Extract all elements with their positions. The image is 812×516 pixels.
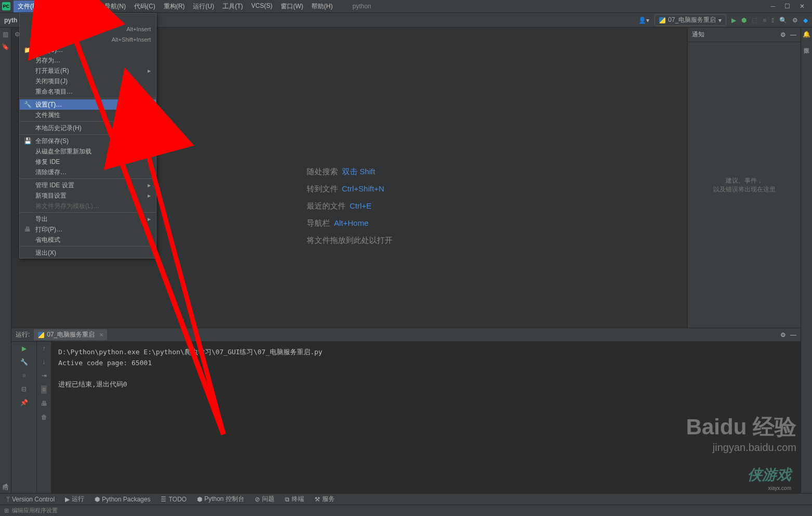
menu-item-19[interactable]: 管理 IDE 设置▸ xyxy=(20,180,156,190)
run-panel-title: 运行: xyxy=(16,330,30,339)
menu-item-4[interactable]: 另存为… xyxy=(20,55,156,66)
trash-icon[interactable]: 🗑 xyxy=(41,414,47,421)
print-icon: 🖶 xyxy=(24,226,31,233)
run-tab[interactable]: 07_电脑服务重启 × xyxy=(34,329,107,340)
menu-item-24[interactable]: 🖶打印(P)… xyxy=(20,224,156,235)
gear-icon[interactable]: ⚙ xyxy=(792,17,798,24)
bottom-tool-python-控制台[interactable]: ⬢Python 控制台 xyxy=(197,495,244,504)
menu-item-7[interactable]: 工具(T) xyxy=(218,1,247,12)
breadcrumb[interactable]: pyth xyxy=(4,17,17,24)
chevron-right-icon: ▸ xyxy=(148,124,151,132)
debug-button[interactable]: ⬢ xyxy=(741,17,746,24)
menu-item-20[interactable]: 新项目设置▸ xyxy=(20,190,156,201)
print-icon[interactable]: 🖶 xyxy=(41,400,47,407)
menu-shortcut: Alt+Shift+Insert xyxy=(112,36,151,43)
bottom-tool-python-packages[interactable]: ⬢Python Packages xyxy=(95,496,150,503)
run-with-coverage-button[interactable]: ▢ xyxy=(752,17,757,24)
tool-icon: ᛘ xyxy=(6,496,10,503)
menu-item-label: 重命名项目… xyxy=(35,87,73,96)
tool-label: Version Control xyxy=(12,496,55,503)
folder-icon: 📁 xyxy=(24,46,31,54)
run-hide-icon[interactable]: — xyxy=(790,331,796,339)
stop-icon[interactable]: ■ xyxy=(22,372,25,379)
menu-item-5[interactable]: 重构(R) xyxy=(160,1,189,12)
menu-item-label: 文件属性 xyxy=(35,111,60,120)
console-output[interactable]: D:\Python\python.exe E:\python\爬虫学习\07_G… xyxy=(51,342,801,493)
run-gear-icon[interactable]: ⚙ xyxy=(780,331,786,339)
menu-item-6[interactable]: 运行(U) xyxy=(189,1,218,12)
close-icon[interactable]: ✕ xyxy=(800,3,805,10)
menu-item-label: 打开(O)… xyxy=(35,46,63,55)
menu-item-3[interactable]: 导航(N) xyxy=(100,1,130,12)
menu-item-6[interactable]: 关闭项目(J) xyxy=(20,76,156,86)
run-config-selector[interactable]: 07_电脑服务重启 ▾ xyxy=(654,14,726,26)
menu-item-17[interactable]: 清除缓存… xyxy=(20,167,156,177)
bottom-tool-问题[interactable]: ⊘问题 xyxy=(255,495,274,504)
menu-item-1[interactable]: 编辑(E) xyxy=(42,1,71,12)
notifications-hide-icon[interactable]: — xyxy=(790,31,796,38)
menu-item-16[interactable]: 修复 IDE xyxy=(20,157,156,167)
structure-tool-label[interactable]: 结构 ◂ xyxy=(2,480,9,488)
hint-recent-kb: Ctrl+E xyxy=(350,201,372,210)
bottom-tool-服务[interactable]: ⚒服务 xyxy=(315,495,335,504)
window-controls: ─ ☐ ✕ xyxy=(770,3,810,10)
menu-item-5[interactable]: 打开最近(R)▸ xyxy=(20,66,156,76)
menu-item-0[interactable]: 新建项目… xyxy=(20,14,156,24)
menu-separator xyxy=(20,178,156,179)
user-icon[interactable]: 👤▾ xyxy=(638,17,649,24)
notifications-gear-icon[interactable]: ⚙ xyxy=(780,31,786,38)
menu-item-3[interactable]: 📁打开(O)… xyxy=(20,45,156,55)
menu-item-23[interactable]: 导出▸ xyxy=(20,214,156,224)
menu-item-8[interactable]: VCS(S) xyxy=(247,1,277,12)
run-button[interactable]: ▶ xyxy=(731,17,736,24)
minimize-icon[interactable]: ─ xyxy=(770,3,775,10)
menu-item-1[interactable]: 新建(N)…Alt+Insert xyxy=(20,24,156,34)
menu-item-27[interactable]: 退出(X) xyxy=(20,248,156,258)
scroll-icon[interactable]: ≡ xyxy=(41,385,47,394)
menu-item-7[interactable]: 重命名项目… xyxy=(20,86,156,97)
run-tool-window: 运行: 07_电脑服务重启 × ⚙ — ▶ 🔧 ■ ⊟ 📌 xyxy=(11,328,801,493)
bottom-tool-终端[interactable]: ⧉终端 xyxy=(285,495,304,504)
tool-label: Python 控制台 xyxy=(204,495,244,504)
menu-item-2[interactable]: 新建临时文件Alt+Shift+Insert xyxy=(20,34,156,45)
layout-icon[interactable]: ⊟ xyxy=(21,385,27,393)
bottom-tool-version-control[interactable]: ᛘVersion Control xyxy=(6,496,55,503)
bottom-tool-运行[interactable]: ▶运行 xyxy=(65,495,84,504)
pin-icon[interactable]: 📌 xyxy=(20,399,28,406)
close-icon[interactable]: × xyxy=(99,331,103,339)
menu-item-25[interactable]: 省电模式 xyxy=(20,235,156,245)
menu-item-2[interactable]: 视图(V) xyxy=(71,1,100,12)
menu-item-label: 清除缓存… xyxy=(35,168,67,177)
titlebar: PC 文件(F)编辑(E)视图(V)导航(N)代码(C)重构(R)运行(U)工具… xyxy=(0,0,812,13)
bookmarks-tool-icon[interactable]: 🔖 xyxy=(2,43,9,50)
menu-item-9[interactable]: 🔧设置(T)…Ctrl+Alt+S xyxy=(20,99,156,110)
up-icon[interactable]: ↑ xyxy=(43,345,46,352)
menu-item-0[interactable]: 文件(F) xyxy=(14,1,42,12)
project-tool-icon[interactable]: ▥ xyxy=(3,31,8,38)
down-icon[interactable]: ↓ xyxy=(43,358,46,366)
hint-gotofile-kb: Ctrl+Shift+N xyxy=(342,184,385,193)
menu-item-12[interactable]: 本地历史记录(H)▸ xyxy=(20,123,156,133)
menu-separator xyxy=(20,134,156,135)
wrench-icon[interactable]: 🔧 xyxy=(20,358,28,366)
welcome-hints: 随处搜索双击 Shift 转到文件Ctrl+Shift+N 最近的文件Ctrl+… xyxy=(307,167,392,253)
bottom-tool-todo[interactable]: ☰TODO xyxy=(161,496,186,503)
toolbox-icon[interactable]: ◆ xyxy=(803,17,808,24)
maximize-icon[interactable]: ☐ xyxy=(784,3,790,10)
search-icon[interactable]: 🔍 xyxy=(779,17,787,24)
notifications-bell-icon[interactable]: 🔔 xyxy=(803,31,810,38)
tool-icon: ▶ xyxy=(65,496,70,503)
menu-item-9[interactable]: 窗口(W) xyxy=(277,1,307,12)
menu-item-15[interactable]: 从磁盘全部重新加载Ctrl+Alt+Y xyxy=(20,146,156,157)
menu-item-10[interactable]: 文件属性▸ xyxy=(20,110,156,120)
status-bar: ⊞ 编辑应用程序设置 xyxy=(0,505,812,516)
wrap-icon[interactable]: ⇥ xyxy=(42,372,47,379)
rerun-icon[interactable]: ▶ xyxy=(22,345,27,352)
hint-drop: 将文件拖放到此处以打开 xyxy=(307,236,392,246)
menu-item-10[interactable]: 帮助(H) xyxy=(307,1,337,12)
stop-button[interactable]: ■ xyxy=(763,17,766,24)
translate-icon[interactable]: 🊁 xyxy=(772,17,774,24)
menu-item-4[interactable]: 代码(C) xyxy=(130,1,160,12)
statusbar-window-icon[interactable]: ⊞ xyxy=(4,507,9,514)
menu-item-14[interactable]: 💾全部保存(S)Ctrl+S xyxy=(20,136,156,146)
